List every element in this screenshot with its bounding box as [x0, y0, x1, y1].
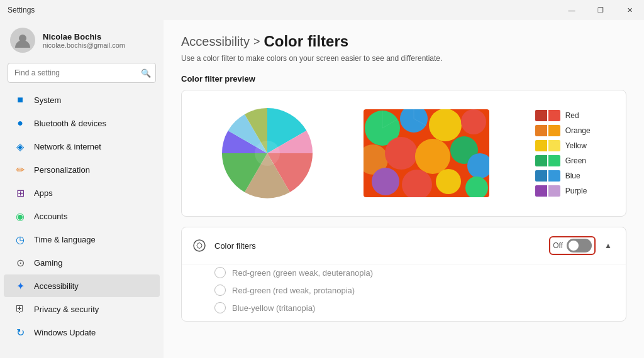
- sidebar-label-system: System: [34, 95, 61, 105]
- sidebar-item-update[interactable]: ↻ Windows Update: [4, 321, 160, 344]
- sidebar-label-apps: Apps: [34, 188, 53, 198]
- accounts-icon: ◉: [14, 210, 26, 222]
- sidebar: Nicolae Bochis nicolae.bochis@gmail.com …: [0, 20, 164, 358]
- main-content: Accessibility > Color filters Use a colo…: [164, 20, 644, 358]
- radio-label-deuteranopia: Red-green (green weak, deuteranopia): [232, 268, 373, 278]
- privacy-icon: ⛨: [14, 303, 26, 315]
- expand-chevron-icon[interactable]: ▲: [601, 238, 616, 253]
- sidebar-nav: ■ System ● Bluetooth & devices ◈ Network…: [0, 88, 164, 344]
- toggle-knob: [569, 241, 579, 251]
- swatch-row-green: Green: [535, 155, 591, 166]
- swatch-label-purple: Purple: [565, 187, 587, 195]
- swatch-rect: [535, 170, 560, 182]
- maximize-button[interactable]: ❐: [586, 0, 615, 20]
- svg-point-5: [429, 109, 462, 141]
- radio-label-tritanopia: Blue-yellow (tritanopia): [232, 303, 315, 313]
- radio-option-protanopia[interactable]: Red-green (red weak, protanopia): [214, 285, 616, 296]
- search-icon: 🔍: [141, 68, 151, 78]
- sidebar-label-time: Time & language: [34, 235, 96, 244]
- swatch-row-purple: Purple: [535, 185, 591, 197]
- accessibility-icon: ✦: [14, 279, 26, 292]
- swatch-label-blue: Blue: [565, 171, 580, 180]
- sidebar-item-apps[interactable]: ⊞ Apps: [4, 182, 160, 204]
- breadcrumb-parent[interactable]: Accessibility: [181, 35, 250, 49]
- sidebar-item-network[interactable]: ◈ Network & internet: [4, 135, 160, 158]
- user-name: Nicolae Bochis: [43, 32, 125, 41]
- color-filters-row: Color filters Off ▲ Red-green (green wea…: [181, 227, 626, 322]
- radio-label-protanopia: Red-green (red weak, protanopia): [232, 286, 355, 295]
- search-box: 🔍: [8, 63, 156, 83]
- gaming-icon: ⊙: [14, 256, 26, 269]
- radio-circle-protanopia: [214, 285, 226, 296]
- svg-point-14: [436, 169, 461, 194]
- svg-point-9: [415, 139, 450, 174]
- breadcrumb-current: Color filters: [264, 33, 348, 50]
- swatch-row-blue: Blue: [535, 170, 591, 182]
- sidebar-item-privacy[interactable]: ⛨ Privacy & security: [4, 298, 160, 320]
- update-icon: ↻: [14, 326, 26, 339]
- swatch-light: [548, 125, 560, 136]
- swatch-light: [548, 110, 560, 121]
- color-swatches: Red Orange Yellow Green Blue Purple: [535, 110, 591, 197]
- sidebar-item-accessibility[interactable]: ✦ Accessibility: [4, 274, 160, 297]
- swatch-light: [548, 170, 560, 182]
- swatch-label-yellow: Yellow: [565, 141, 587, 150]
- sidebar-item-system[interactable]: ■ System: [4, 89, 160, 111]
- content-inner: Accessibility > Color filters Use a colo…: [164, 20, 644, 358]
- sidebar-label-privacy: Privacy & security: [34, 305, 99, 314]
- radio-circle-deuteranopia: [214, 267, 226, 278]
- network-icon: ◈: [14, 140, 26, 153]
- personalization-icon: ✏: [14, 163, 26, 176]
- sidebar-item-personalization[interactable]: ✏ Personalization: [4, 158, 160, 181]
- sidebar-item-time[interactable]: ◷ Time & language: [4, 228, 160, 251]
- swatch-dark: [535, 140, 547, 151]
- swatch-rect: [535, 110, 560, 121]
- sidebar-label-bluetooth: Bluetooth & devices: [34, 119, 106, 128]
- toggle-state-label: Off: [553, 241, 563, 250]
- filter-options: Red-green (green weak, deuteranopia) Red…: [182, 264, 626, 321]
- user-email: nicolae.bochis@gmail.com: [43, 41, 125, 49]
- search-input[interactable]: [8, 63, 156, 83]
- swatch-row-yellow: Yellow: [535, 140, 591, 151]
- svg-point-20: [194, 240, 205, 251]
- swatch-label-green: Green: [565, 156, 586, 165]
- bluetooth-icon: ●: [14, 117, 26, 129]
- swatch-rect: [535, 155, 560, 166]
- close-button[interactable]: ✕: [615, 0, 644, 20]
- svg-point-1: [255, 141, 280, 166]
- svg-point-12: [372, 168, 399, 195]
- swatch-dark: [535, 170, 547, 182]
- color-filters-header: Color filters Off ▲: [182, 227, 626, 264]
- sidebar-label-gaming: Gaming: [34, 258, 63, 268]
- preview-title: Color filter preview: [181, 74, 626, 84]
- swatch-dark: [535, 125, 547, 136]
- radio-option-deuteranopia[interactable]: Red-green (green weak, deuteranopia): [214, 267, 616, 278]
- system-icon: ■: [14, 94, 26, 106]
- sidebar-item-bluetooth[interactable]: ● Bluetooth & devices: [4, 112, 160, 134]
- avatar: [10, 28, 35, 53]
- swatch-label-red: Red: [565, 111, 579, 120]
- swatch-light: [548, 185, 560, 197]
- breadcrumb-separator: >: [253, 35, 260, 48]
- color-filter-preview-card: Red Orange Yellow Green Blue Purple: [181, 90, 626, 217]
- swatch-rect: [535, 140, 560, 151]
- color-wheel: [217, 103, 318, 203]
- minimize-button[interactable]: —: [557, 0, 586, 20]
- swatch-dark: [535, 155, 547, 166]
- color-filters-label: Color filters: [214, 241, 541, 251]
- sidebar-item-accounts[interactable]: ◉ Accounts: [4, 205, 160, 227]
- sidebar-label-update: Windows Update: [34, 328, 96, 337]
- color-filters-toggle[interactable]: [567, 239, 592, 252]
- swatch-row-red: Red: [535, 110, 591, 121]
- radio-circle-tritanopia: [214, 302, 226, 313]
- radio-option-tritanopia[interactable]: Blue-yellow (tritanopia): [214, 302, 616, 313]
- user-profile[interactable]: Nicolae Bochis nicolae.bochis@gmail.com: [0, 20, 164, 60]
- sidebar-item-gaming[interactable]: ⊙ Gaming: [4, 251, 160, 274]
- window-controls: — ❐ ✕: [557, 0, 644, 20]
- sidebar-label-accounts: Accounts: [34, 212, 67, 221]
- swatch-label-orange: Orange: [565, 126, 591, 135]
- toggle-highlight: Off: [549, 236, 596, 255]
- time-icon: ◷: [14, 233, 26, 246]
- swatch-rect: [535, 125, 560, 136]
- color-filters-icon: [192, 238, 207, 253]
